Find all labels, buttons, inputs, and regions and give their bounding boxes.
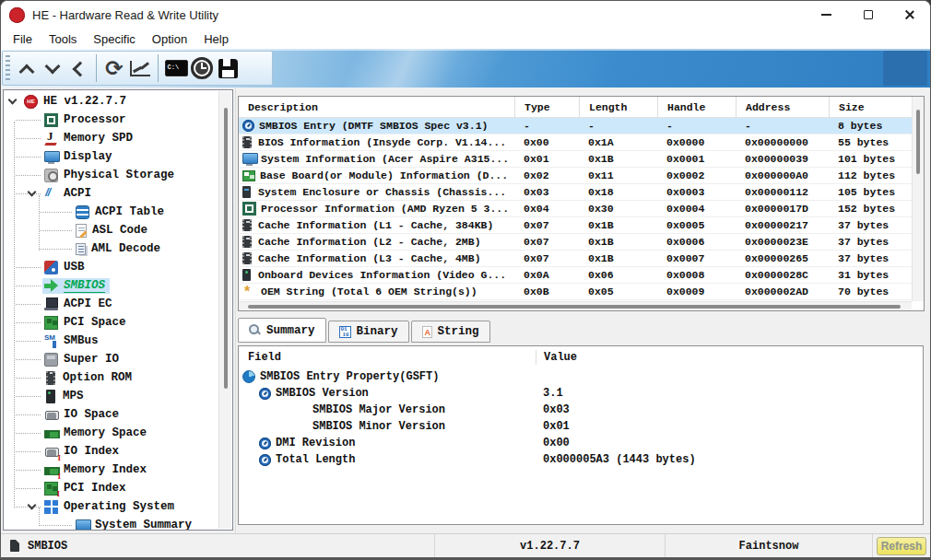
- tree-item[interactable]: Operating System: [4, 497, 218, 516]
- close-button[interactable]: [889, 1, 930, 29]
- menu-item[interactable]: Option: [144, 30, 195, 48]
- cell-handle: 0x0009: [658, 286, 737, 298]
- description-text: Processor Information (AMD Ryzen 5 3...: [261, 203, 509, 215]
- tree-item-label: Memory SPD: [64, 132, 133, 145]
- tree-item[interactable]: System Summary: [4, 516, 218, 531]
- tree-item[interactable]: SMBIOS: [4, 276, 218, 295]
- menu-item[interactable]: File: [5, 30, 41, 48]
- clock-icon: [242, 120, 254, 132]
- tree-item[interactable]: SMBus: [4, 332, 218, 350]
- description-text: Cache Information (L1 - Cache, 384KB): [258, 219, 493, 231]
- tree-item[interactable]: IO Index: [4, 442, 218, 461]
- status-doc-icon: [10, 540, 19, 552]
- expand-chevron-icon[interactable]: [8, 96, 18, 105]
- summary-row[interactable]: SMBIOS Major Version 0x03: [239, 402, 923, 418]
- table-row[interactable]: Cache Information (L1 - Cache, 384KB) 0x…: [239, 217, 924, 234]
- refresh-button[interactable]: Refresh: [877, 537, 926, 555]
- tree-item[interactable]: Super IO: [4, 350, 218, 368]
- summary-row[interactable]: SMBIOS Entry Property(GSFT): [239, 368, 923, 385]
- tree-item[interactable]: AML Decode: [4, 239, 218, 258]
- tree-item[interactable]: PCI Index: [4, 479, 218, 497]
- table-row[interactable]: OEM String (Total 6 OEM String(s)) 0x0B …: [239, 284, 924, 300]
- summary-row[interactable]: DMI Revision 0x00: [239, 435, 923, 451]
- table-column-header[interactable]: Type: [515, 97, 580, 117]
- tab[interactable]: String: [411, 321, 490, 343]
- nav-back-icon[interactable]: [65, 54, 91, 82]
- tree-item[interactable]: Memory SPD: [4, 129, 218, 147]
- nav-up-icon[interactable]: [14, 54, 40, 82]
- table-row[interactable]: System Enclosure or Chassis (Chassis... …: [239, 184, 924, 201]
- table-row[interactable]: SMBIOS Entry (DMTF SMBIOS Spec v3.1) - -…: [239, 118, 924, 134]
- sys-monitor-icon: [76, 519, 89, 531]
- cell-length: 0x30: [580, 203, 658, 215]
- tree-item[interactable]: Physical Storage: [4, 166, 218, 184]
- tree-item[interactable]: ACPI: [4, 184, 218, 203]
- cell-type: 0x0B: [515, 286, 580, 298]
- menu-item[interactable]: Help: [195, 30, 237, 48]
- tree-item[interactable]: Memory Space: [4, 424, 218, 442]
- description-text: System Enclosure or Chassis (Chassis...: [258, 186, 506, 198]
- toolbar-grip-handle[interactable]: [6, 55, 10, 81]
- table-row[interactable]: BIOS Information (Insyde Corp. V1.14... …: [239, 134, 924, 151]
- tree-item[interactable]: ACPI Table: [4, 203, 218, 221]
- summary-row[interactable]: Total Length 0x000005A3 (1443 bytes): [239, 451, 923, 468]
- tree-item-inner: Physical Storage: [42, 168, 179, 183]
- table-column-header[interactable]: Size: [830, 97, 924, 117]
- cell-description: Base Board(or Module) Information (D...: [239, 169, 515, 181]
- field-cell: SMBIOS Entry Property(GSFT): [239, 370, 536, 383]
- chart-icon[interactable]: [127, 54, 153, 82]
- table-column-header[interactable]: Address: [737, 97, 830, 117]
- tree-item[interactable]: Processor: [4, 111, 218, 129]
- tree-item[interactable]: Display: [4, 147, 218, 166]
- value-cell: 0x000005A3 (1443 bytes): [536, 453, 923, 466]
- expand-chevron-icon[interactable]: [28, 188, 37, 197]
- table-row[interactable]: System Information (Acer Aspire A315... …: [239, 151, 924, 168]
- tab[interactable]: Binary: [328, 321, 409, 343]
- tree-item[interactable]: ACPI EC: [4, 295, 218, 313]
- table-row[interactable]: Base Board(or Module) Information (D... …: [239, 168, 924, 184]
- tree-item[interactable]: USB: [4, 258, 218, 276]
- clock-tool-icon[interactable]: [189, 54, 215, 82]
- tree-item[interactable]: PCI Space: [4, 313, 218, 332]
- status-version: v1.22.7.7: [434, 534, 665, 557]
- expand-chevron-icon[interactable]: [28, 501, 37, 510]
- separator: [158, 54, 159, 82]
- minimize-button[interactable]: [806, 1, 847, 29]
- table-row[interactable]: Cache Information (L3 - Cache, 4MB) 0x07…: [239, 251, 924, 267]
- table-horizontal-scrollbar-thumb[interactable]: [248, 305, 901, 309]
- table-row[interactable]: Processor Information (AMD Ryzen 5 3... …: [239, 201, 924, 217]
- table-body: SMBIOS Entry (DMTF SMBIOS Spec v3.1) - -…: [239, 118, 924, 300]
- cell-size: 37 bytes: [830, 219, 924, 231]
- cell-type: 0x03: [515, 186, 580, 198]
- summary-row[interactable]: SMBIOS Minor Version 0x01: [239, 418, 923, 435]
- table-vertical-scrollbar[interactable]: [912, 97, 924, 301]
- tab[interactable]: Summary: [238, 318, 326, 343]
- tree-scrollbar[interactable]: [218, 91, 231, 529]
- menu-item[interactable]: Tools: [41, 30, 85, 48]
- tree-item[interactable]: ASL Code: [4, 221, 218, 239]
- table-vertical-scrollbar-thumb[interactable]: [916, 110, 920, 174]
- clock-icon: [259, 454, 271, 466]
- table-column-header[interactable]: Description: [239, 97, 515, 117]
- cell-length: 0x1B: [580, 219, 658, 231]
- table-row[interactable]: Cache Information (L2 - Cache, 2MB) 0x07…: [239, 234, 924, 251]
- maximize-button[interactable]: [847, 1, 889, 29]
- tree-item[interactable]: HE v1.22.7.7: [4, 92, 218, 111]
- table-column-header[interactable]: Handle: [658, 97, 737, 117]
- refresh-icon[interactable]: [101, 54, 127, 82]
- save-icon[interactable]: [215, 54, 241, 82]
- table-row[interactable]: Onboard Devices Information (Video G... …: [239, 267, 924, 284]
- menu-item[interactable]: Specific: [85, 30, 144, 48]
- tree-scrollbar-thumb[interactable]: [224, 108, 228, 389]
- summary-row[interactable]: SMBIOS Version 3.1: [239, 385, 923, 402]
- panel-divider[interactable]: [235, 88, 236, 533]
- tree-item[interactable]: IO Space: [4, 405, 218, 424]
- console-icon[interactable]: [163, 54, 189, 82]
- main-content: HE v1.22.7.7 Processor: [1, 88, 930, 533]
- tree-item[interactable]: Option ROM: [4, 368, 218, 387]
- tree-item[interactable]: Memory Index: [4, 461, 218, 479]
- nav-down-icon[interactable]: [40, 54, 65, 82]
- table-horizontal-scrollbar[interactable]: [239, 301, 912, 310]
- table-column-header[interactable]: Length: [580, 97, 658, 117]
- tree-item[interactable]: MPS: [4, 387, 218, 405]
